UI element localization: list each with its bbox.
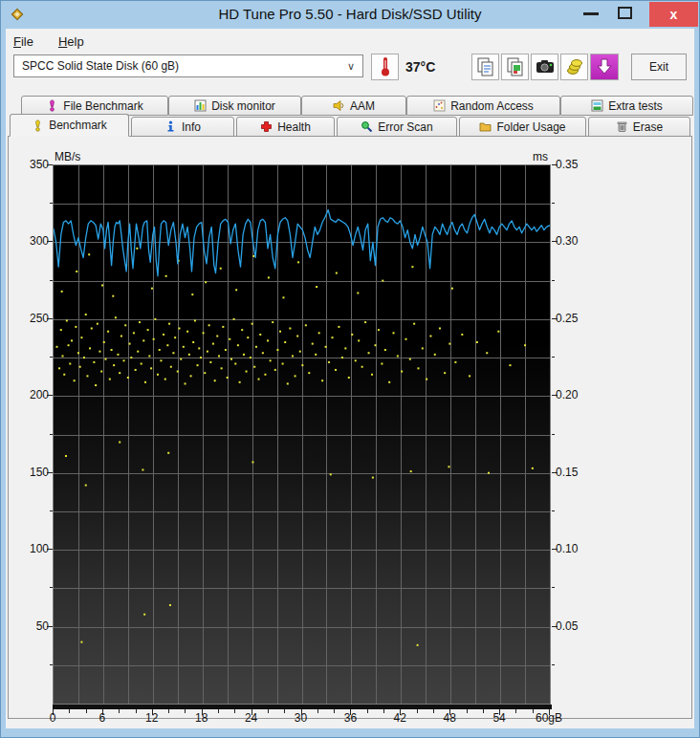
tab-label: Info bbox=[182, 120, 201, 134]
y-axis-tick bbox=[50, 280, 53, 281]
tab-error-scan[interactable]: Error Scan bbox=[337, 117, 457, 137]
folder-icon bbox=[479, 120, 492, 133]
y-axis-tick-label: 300 bbox=[17, 234, 49, 248]
screenshot-button[interactable] bbox=[531, 54, 558, 80]
x-axis-tick bbox=[467, 709, 468, 713]
ms-axis-tick-label: 0.10 bbox=[556, 542, 588, 555]
x-axis-tick bbox=[69, 709, 70, 713]
exit-button[interactable]: Exit bbox=[631, 54, 687, 80]
close-button[interactable]: x bbox=[649, 2, 698, 27]
minimize-button[interactable] bbox=[583, 12, 599, 15]
x-axis-tick bbox=[185, 709, 186, 713]
health-cross-icon bbox=[260, 120, 273, 133]
download-arrow-icon bbox=[595, 57, 614, 76]
ms-axis-tick-label: 0.35 bbox=[556, 158, 588, 171]
x-axis-tick-label: 30 bbox=[287, 711, 316, 725]
x-axis-tick bbox=[119, 709, 120, 713]
x-axis-tick bbox=[533, 709, 534, 713]
y-axis-tick-label: 350 bbox=[17, 158, 49, 171]
y-axis-tick bbox=[50, 587, 53, 588]
tab-label: Health bbox=[277, 120, 311, 134]
temperature-button[interactable] bbox=[371, 54, 399, 80]
drive-selector-value: SPCC Solid State Disk (60 gB) bbox=[22, 59, 179, 73]
disk-monitor-icon bbox=[194, 99, 207, 112]
x-axis-tick bbox=[483, 709, 484, 713]
ms-axis-tick bbox=[552, 664, 555, 665]
menu-help[interactable]: Help bbox=[53, 33, 90, 52]
ms-axis-tick bbox=[552, 510, 555, 511]
ms-axis-tick bbox=[552, 357, 555, 358]
ms-axis-tick bbox=[552, 434, 555, 435]
maximize-button[interactable] bbox=[618, 7, 632, 19]
speaker-icon bbox=[333, 99, 345, 112]
x-axis-tick-label: 6 bbox=[88, 711, 117, 725]
tab-aam[interactable]: AAM bbox=[301, 96, 406, 116]
extra-tests-icon bbox=[591, 99, 603, 112]
tab-label: File Benchmark bbox=[63, 99, 142, 113]
tab-label: Folder Usage bbox=[496, 120, 565, 134]
y-axis-tick bbox=[47, 241, 53, 242]
x-axis-tick bbox=[433, 709, 434, 713]
tab-extra-tests[interactable]: Extra tests bbox=[560, 96, 693, 116]
tab-file-benchmark[interactable]: File Benchmark bbox=[21, 96, 168, 116]
benchmark-chart-plot bbox=[53, 164, 551, 705]
x-axis-tick bbox=[168, 709, 169, 713]
y-axis-tick bbox=[47, 626, 53, 627]
y-axis-tick bbox=[50, 510, 53, 511]
ms-axis-tick-label: 0.15 bbox=[556, 466, 588, 479]
x-axis-tick bbox=[515, 709, 516, 713]
tab-disk-monitor[interactable]: Disk monitor bbox=[168, 96, 301, 116]
y-axis-tick bbox=[50, 203, 53, 204]
trash-icon bbox=[616, 120, 628, 133]
tab-erase[interactable]: Erase bbox=[588, 117, 690, 137]
x-axis-tick bbox=[367, 709, 368, 713]
ms-axis-tick bbox=[552, 203, 555, 204]
y-axis-tick bbox=[47, 472, 53, 473]
tab-label: Random Access bbox=[450, 99, 534, 113]
copy-text-button[interactable] bbox=[471, 54, 499, 80]
tab-label: Disk monitor bbox=[211, 99, 275, 113]
ms-axis-tick bbox=[552, 241, 558, 242]
tab-folder-usage[interactable]: Folder Usage bbox=[459, 117, 586, 137]
tab-info[interactable]: Info bbox=[131, 117, 234, 137]
coins-button[interactable] bbox=[560, 54, 588, 80]
x-axis-tick bbox=[417, 709, 418, 713]
x-axis-tick-label: 36 bbox=[336, 711, 364, 725]
x-axis-tick-label: 18 bbox=[187, 711, 216, 725]
menu-bar: File Help bbox=[8, 33, 90, 52]
y-axis-tick-label: 250 bbox=[17, 312, 49, 325]
ms-axis-tick-label: 0.20 bbox=[556, 388, 588, 402]
ms-axis-tick-label: 0.25 bbox=[556, 312, 588, 325]
x-axis-tick bbox=[317, 709, 318, 713]
y-axis-tick-label: 50 bbox=[17, 619, 49, 633]
tab-health[interactable]: Health bbox=[236, 117, 335, 137]
chart-canvas bbox=[54, 165, 550, 704]
x-axis-tick bbox=[284, 709, 285, 713]
x-axis-tick bbox=[234, 709, 235, 713]
tab-label: AAM bbox=[350, 99, 375, 113]
y-axis-tick-label: 100 bbox=[17, 542, 49, 555]
y-axis-tick bbox=[50, 664, 53, 665]
export-button[interactable] bbox=[590, 54, 619, 80]
ms-axis-tick bbox=[552, 280, 555, 281]
y-axis-tick bbox=[47, 164, 53, 165]
y-axis-tick-label: 150 bbox=[17, 466, 49, 479]
tab-random-access[interactable]: Random Access bbox=[406, 96, 560, 116]
tab-benchmark[interactable]: Benchmark bbox=[10, 114, 129, 137]
ms-axis-tick bbox=[552, 164, 558, 165]
file-benchmark-icon bbox=[46, 99, 58, 112]
y-axis-tick bbox=[47, 318, 53, 319]
left-axis-title: MB/s bbox=[55, 150, 80, 163]
x-axis-tick bbox=[334, 709, 335, 713]
tab-label: Erase bbox=[633, 120, 663, 134]
copy-text-icon bbox=[476, 57, 495, 77]
chevron-down-icon: ∨ bbox=[347, 60, 355, 73]
x-axis-tick-label: 48 bbox=[435, 711, 464, 725]
y-axis-tick bbox=[47, 549, 53, 550]
copy-image-button[interactable] bbox=[501, 54, 529, 80]
menu-file[interactable]: File bbox=[8, 33, 39, 52]
tab-label: Extra tests bbox=[608, 99, 663, 113]
thermometer-icon bbox=[376, 56, 395, 77]
temperature-value: 37°C bbox=[405, 59, 435, 75]
drive-selector[interactable]: SPCC Solid State Disk (60 gB) ∨ bbox=[13, 54, 363, 77]
